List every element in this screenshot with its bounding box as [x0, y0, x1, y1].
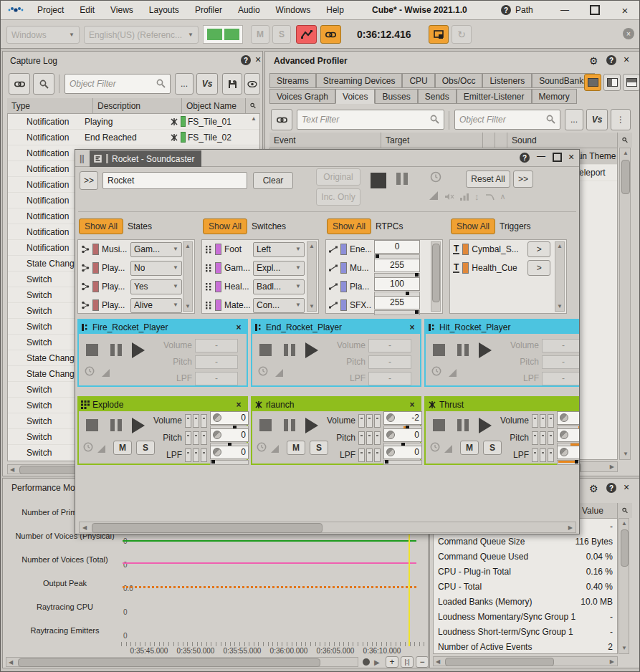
stop-icon[interactable] — [433, 344, 445, 356]
fade-corner-icon[interactable] — [97, 445, 105, 453]
pause-icon[interactable] — [284, 419, 295, 433]
counters-hscrollbar[interactable]: ◀ ▶ — [433, 656, 618, 666]
fader-icon[interactable] — [201, 448, 207, 462]
stop-icon[interactable] — [371, 173, 386, 188]
stop-icon[interactable] — [259, 419, 272, 431]
object-filter-input[interactable] — [454, 110, 560, 130]
rtpc-value[interactable]: 100 — [374, 277, 420, 291]
help-icon[interactable]: ? — [241, 55, 251, 65]
fader-icon[interactable] — [540, 414, 546, 428]
lpf-control[interactable]: 0 — [210, 446, 249, 465]
soundcaster-titlebar[interactable]: || Rocket - Soundcaster ? — × — [75, 150, 579, 167]
fader-icon[interactable] — [193, 448, 199, 462]
knob-icon[interactable] — [560, 413, 568, 422]
fader-icon[interactable] — [193, 431, 199, 445]
pause-icon[interactable] — [110, 419, 122, 433]
knob-icon[interactable] — [213, 413, 221, 422]
switches-scrollbar[interactable]: ▲▼ — [307, 241, 317, 312]
tab[interactable]: Voices — [335, 89, 375, 104]
knob-icon[interactable] — [560, 431, 568, 439]
more-filter-button[interactable]: ... — [175, 73, 194, 95]
fader-icon[interactable] — [366, 414, 373, 428]
show-all-triggers-button[interactable]: Show All — [451, 219, 495, 234]
fader-icon[interactable] — [358, 414, 365, 428]
stop-icon[interactable] — [86, 419, 98, 431]
refresh-button[interactable]: ↻ — [452, 25, 472, 44]
layout-split-vertical-button[interactable] — [603, 74, 621, 91]
fader-icon[interactable] — [358, 431, 365, 445]
play-icon[interactable] — [479, 418, 492, 433]
stop-icon[interactable] — [86, 344, 98, 356]
fade-corner-icon[interactable] — [429, 191, 438, 200]
volume-control[interactable]: 0 — [210, 411, 249, 431]
state-value-dropdown[interactable]: Alive ▼ — [130, 298, 182, 313]
rtpc-value[interactable]: 0 — [374, 240, 420, 254]
soundcaster-hscrollbar[interactable]: ◀ ▶ — [79, 522, 576, 533]
fader-icon[interactable] — [374, 448, 381, 462]
language-select[interactable]: English(US) (Referenc... ▼ — [84, 26, 199, 44]
counter-row[interactable]: Loaded Banks (Memory) 10.0 MB — [434, 594, 617, 609]
stop-icon[interactable] — [433, 419, 445, 431]
close-icon[interactable]: × — [233, 399, 244, 410]
original-button[interactable]: Original — [316, 168, 360, 186]
fader-icon[interactable] — [548, 431, 554, 445]
fader-icon[interactable] — [548, 448, 554, 462]
solo-button[interactable]: S — [272, 25, 291, 44]
slider-handle[interactable] — [376, 254, 379, 258]
help-icon[interactable]: ? — [520, 153, 530, 163]
fader-icon[interactable] — [185, 448, 191, 462]
close-icon[interactable]: × — [233, 322, 244, 332]
close-icon[interactable]: × — [406, 399, 418, 410]
rtpc-value[interactable]: 255 — [374, 259, 420, 272]
tab[interactable]: CPU — [402, 73, 434, 88]
platform-select[interactable]: Windows▼ — [6, 26, 80, 44]
object-filter-input[interactable] — [65, 74, 171, 94]
tab[interactable]: Sends — [418, 89, 457, 104]
counter-label-cell[interactable]: Raytracing CPU — [9, 595, 121, 618]
slider-handle[interactable] — [575, 460, 578, 464]
module-header[interactable]: rlaunch × — [252, 398, 420, 411]
filter-types-button[interactable]: Vs — [586, 109, 608, 130]
play-icon[interactable] — [132, 418, 145, 433]
clock-icon[interactable] — [431, 366, 441, 376]
slider-handle[interactable] — [415, 310, 419, 314]
fader-icon[interactable] — [374, 414, 381, 428]
mute-button[interactable]: M — [251, 25, 269, 44]
fader-icon[interactable] — [185, 431, 191, 445]
fader-icon[interactable] — [532, 431, 538, 445]
triggers-scrollbar[interactable]: ▲▼ — [555, 241, 565, 312]
zoom-in-button[interactable]: + — [386, 656, 398, 668]
expand-right-button[interactable]: >> — [513, 171, 533, 188]
mute-button[interactable]: M — [287, 441, 305, 455]
module-header[interactable]: End_Rocket_Player × — [252, 320, 420, 334]
maximize-icon[interactable] — [553, 153, 562, 164]
view-options-button[interactable] — [244, 73, 260, 95]
maximize-button[interactable] — [588, 4, 601, 16]
post-trigger-button[interactable]: > — [527, 260, 550, 276]
state-value-dropdown[interactable]: Yes ▼ — [130, 279, 182, 294]
remote-connect-button[interactable] — [429, 25, 449, 44]
slider-handle[interactable] — [415, 273, 419, 277]
help-icon[interactable]: ? — [606, 483, 616, 493]
search-button[interactable] — [33, 73, 54, 95]
counter-row[interactable]: Loudness Short-term/Sync Group 1 - — [434, 624, 617, 639]
gear-icon[interactable]: ⚙ — [589, 483, 598, 494]
clock-icon[interactable] — [257, 442, 267, 452]
clear-toolbar-icon[interactable]: × — [623, 28, 634, 39]
tab[interactable]: Emitter-Listener — [457, 89, 532, 104]
layout-split-horizontal-button[interactable] — [623, 74, 640, 91]
column-header-value[interactable]: Value — [578, 503, 618, 518]
layout-single-button[interactable] — [584, 74, 601, 91]
play-icon[interactable] — [132, 342, 145, 358]
close-icon[interactable]: × — [624, 481, 629, 493]
volume-control[interactable]: - — [557, 411, 580, 431]
zoom-out-button[interactable]: − — [416, 656, 429, 668]
module-header[interactable]: Explode × — [79, 398, 247, 411]
table-row[interactable]: Notification End Reached FS_Tile_02 — [8, 130, 259, 145]
knob-icon[interactable] — [386, 431, 395, 439]
states-scrollbar[interactable]: ▲▼ — [183, 241, 193, 312]
fader-icon[interactable] — [358, 448, 365, 462]
column-header-object-name[interactable]: Object Name — [182, 98, 246, 113]
tab[interactable]: Voices Graph — [269, 89, 335, 104]
close-button[interactable]: × — [618, 4, 631, 16]
